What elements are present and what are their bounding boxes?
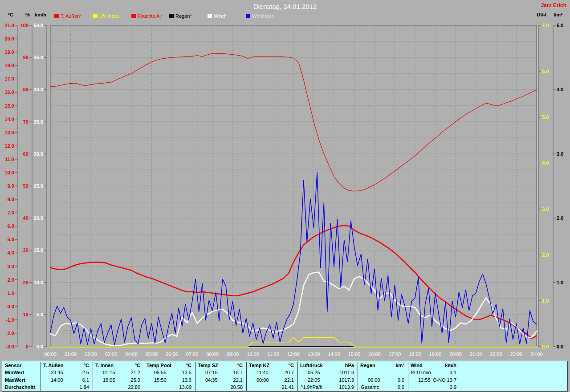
sensor-unit: km/h [445,363,460,368]
tick-label-temp: 12.0 [5,143,14,149]
x-tick-label: 13:00 [308,352,320,357]
tick-label-rain: 3.0 [557,151,563,157]
min-value: -2.5 [81,370,93,375]
tick-label-wind: 50.0 [34,23,43,28]
weather-chart: 21.020.019.018.017.016.015.014.013.012.0… [0,0,570,360]
max-value: 25.0 [131,377,144,383]
axis-header-rain: l/m² [554,12,562,17]
x-tick-label: 15:00 [348,352,361,357]
axis-header-humidity: % [25,12,30,17]
sensor-unit: °C [237,363,246,368]
x-tick-label: 12:00 [287,352,300,357]
tick-label-temp: 6.0 [8,223,14,229]
table-max-row: 15:0525.0 [93,376,144,384]
tick-label-uv: 0.0 [542,344,549,349]
min-value: 3.1 [450,370,460,375]
tick-label-temp: 9.0 [8,183,14,189]
avg-value: 22.80 [128,384,144,390]
tick-label-wind: 0.0 [37,344,43,349]
table-max-row: 12:55O-NO 13.7 [408,376,460,384]
tick-label-temp: 3.0 [8,264,14,269]
tick-label-humidity: 10 [23,312,28,317]
max-value: 13.9 [182,377,195,383]
max-value: 22.1 [233,377,246,383]
tick-label-temp: 16.0 [5,89,14,95]
min-time: 07:15 [195,370,218,375]
legend-swatch-blue-icon [246,14,250,18]
sensor-unit: °C [84,363,93,368]
table-col-header: Temp SZ°C [195,362,246,369]
min-time: Ø 10 min. [408,370,432,375]
x-tick-label: 08:00 [206,352,219,357]
x-tick-label: 09:00 [227,352,239,357]
tick-label-uv: 3.0 [542,206,549,212]
legend-label: Windböen [252,13,274,19]
table-avg-row: ^1.9hPa/h1013.9 [297,384,358,391]
avg-value: 0.0 [398,384,408,390]
tick-label-wind: 35.0 [34,119,43,125]
tick-label-temp: 4.0 [8,250,14,255]
tick-label-rain: 1.0 [557,280,563,285]
tick-label-uv: 7.0 [542,23,549,28]
table-col-header: Windkm/h [408,362,460,369]
max-time: 14:00 [41,377,63,383]
tick-label-humidity: 80 [23,87,28,92]
avg-value: 13.69 [179,384,195,390]
tick-label-humidity: 100 [20,23,28,28]
table-row-header: Sensor [2,362,41,369]
legend-swatch-black-icon [169,14,174,18]
tick-label-temp: -2.0 [6,331,14,336]
tick-label-temp: 10.0 [5,170,14,175]
table-min-row: 01:1521.2 [93,369,144,376]
tick-label-temp: 20.0 [5,36,14,41]
tick-label-temp: 21.0 [5,23,14,28]
x-tick-label: 18:00 [409,352,421,357]
table-row-header-label: MaxWert [5,377,25,383]
x-tick-label: 04:00 [125,352,138,357]
x-tick-label: 11:00 [267,352,279,357]
tick-label-temp: 18.0 [5,63,14,68]
legend-swatch-red-icon [54,14,59,18]
table-col-header: Temp KZ°C [246,362,297,369]
statistics-table: SensorMinWertMaxWertDurchschnittT. Außen… [2,361,568,392]
table-max-row: 00:000.0 [358,376,408,384]
sensor-unit: l/m² [395,363,408,368]
tick-label-temp: -3.0 [6,344,14,349]
avg-value: 3.9 [450,384,460,390]
x-tick-label: 17:00 [389,352,401,357]
min-time: 11:40 [247,370,269,375]
tick-label-temp: 15.0 [5,103,14,109]
tick-label-humidity: 40 [23,215,28,221]
sensor-unit: °C [186,363,195,368]
avg-label: Gesamt: [358,384,379,390]
tick-label-humidity: 0 [26,344,28,349]
x-tick-label: 00:00 [44,352,57,357]
table-avg-row: 20.58 [195,384,246,391]
tick-label-temp: 7.0 [8,210,14,215]
sensor-name: Temp SZ [195,363,218,368]
table-min-row: 05:251011.6 [297,369,358,376]
max-value: 6.1 [82,377,93,383]
table-min-row: 11:4020.7 [246,369,297,376]
tick-label-rain: 2.0 [557,215,563,221]
axis-header-uv: UV-I [537,12,546,17]
x-tick-label: 20:00 [449,352,462,357]
x-tick-label: 05:00 [146,352,158,357]
avg-value: 1013.9 [339,384,358,390]
tick-label-temp: 13.0 [5,130,14,135]
table-avg-row: 1.84 [41,384,93,391]
x-tick-label: 24:00 [530,352,543,357]
tick-label-wind: 5.0 [37,312,43,317]
table-avg-row: Gesamt:0.0 [358,384,408,391]
table-max-row: 15:5013.9 [144,376,195,384]
table-avg-row: 21.41 [246,384,297,391]
sensor-name: T. Außen [41,363,63,368]
table-max-row: 04:3522.1 [195,376,246,384]
tick-label-temp: 14.0 [5,117,14,122]
table-col-header: Temp Pool°C [144,362,195,369]
x-tick-label: 01:00 [65,352,77,357]
max-time: 22:05 [298,377,320,383]
max-time: 12:55 [408,377,431,383]
table-row-header: MinWert [2,369,41,376]
tick-label-temp: 17.0 [5,76,14,81]
